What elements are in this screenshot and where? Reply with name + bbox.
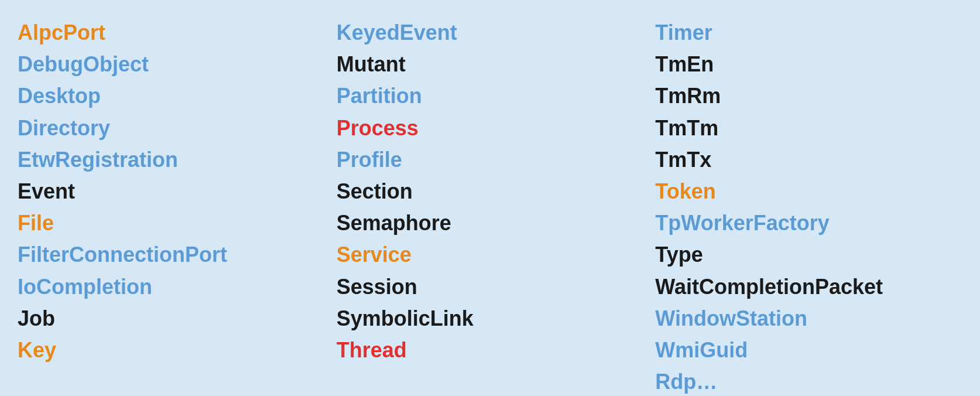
list-item: Process <box>337 113 644 144</box>
list-item: SymbolicLink <box>337 303 644 334</box>
list-item: Job <box>18 303 325 334</box>
list-item: EtwRegistration <box>18 145 325 175</box>
list-item: File <box>18 208 325 238</box>
main-content: AlpcPortDebugObjectDesktopDirectoryEtwRe… <box>12 18 968 396</box>
list-item: Type <box>655 240 962 270</box>
list-item: TmRm <box>655 81 962 111</box>
list-item: Event <box>18 176 325 207</box>
list-item: DebugObject <box>18 49 325 80</box>
list-item: Directory <box>18 113 325 144</box>
list-item: Timer <box>655 18 962 48</box>
list-item: IoCompletion <box>18 272 325 302</box>
list-item: Profile <box>337 145 644 175</box>
list-item: Section <box>337 176 644 207</box>
list-item: TpWorkerFactory <box>655 208 962 238</box>
list-item: AlpcPort <box>18 18 325 48</box>
column-2: KeyedEventMutantPartitionProcessProfileS… <box>331 18 650 396</box>
list-item: WaitCompletionPacket <box>655 272 962 302</box>
column-3: TimerTmEnTmRmTmTmTmTxTokenTpWorkerFactor… <box>649 18 968 396</box>
list-item: Thread <box>337 335 644 366</box>
list-item: KeyedEvent <box>337 18 644 48</box>
list-item: Mutant <box>337 49 644 80</box>
list-item: WindowStation <box>655 303 962 334</box>
list-item: Rdp… <box>655 367 962 396</box>
list-item: TmTm <box>655 113 962 144</box>
list-item: TmTx <box>655 145 962 175</box>
list-item: WmiGuid <box>655 335 962 366</box>
list-item: TmEn <box>655 49 962 80</box>
list-item: Service <box>337 240 644 270</box>
list-item: Partition <box>337 81 644 111</box>
list-item: Token <box>655 176 962 207</box>
list-item: FilterConnectionPort <box>18 240 325 270</box>
list-item: Key <box>18 335 325 366</box>
list-item: Semaphore <box>337 208 644 238</box>
list-item: Session <box>337 272 644 302</box>
column-1: AlpcPortDebugObjectDesktopDirectoryEtwRe… <box>12 18 331 396</box>
list-item: Desktop <box>18 81 325 111</box>
